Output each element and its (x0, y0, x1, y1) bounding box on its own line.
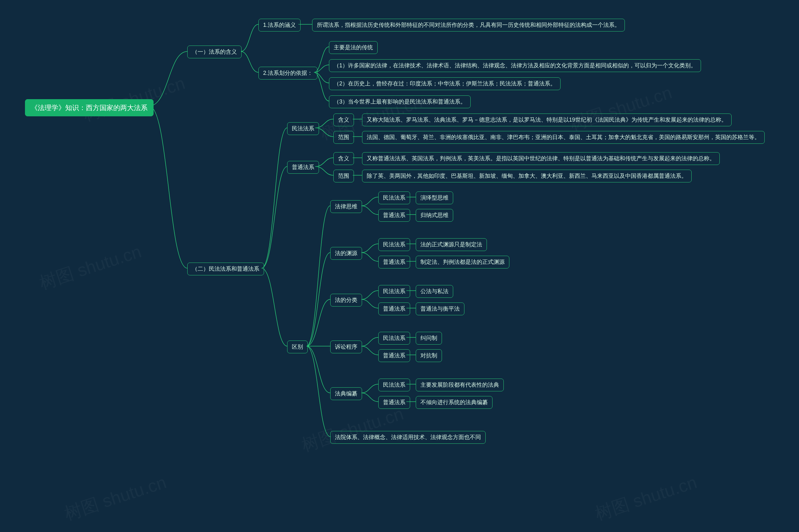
node-basis-b[interactable]: （1）许多国家的法律，在法律技术、法律术语、法律结构、法律观念、法律方法及相应的… (329, 59, 701, 72)
node-d4-a-label[interactable]: 民法法系 (378, 332, 410, 345)
node-civil-scope-label[interactable]: 范围 (333, 131, 354, 144)
root-node[interactable]: 《法理学》知识：西方国家的两大法系 (25, 99, 153, 116)
node-d1-a-text[interactable]: 演绎型思维 (416, 191, 453, 204)
node-d3[interactable]: 法的分类 (330, 294, 362, 306)
node-common-def-label[interactable]: 含义 (333, 152, 354, 165)
node-basis-a[interactable]: 主要是法的传统 (329, 41, 378, 54)
node-d5-a-text[interactable]: 主要发展阶段都有代表性的法典 (416, 379, 504, 391)
section-1[interactable]: （一）法系的含义 (187, 45, 241, 58)
node-civil-law[interactable]: 民法法系 (287, 122, 319, 135)
watermark-text: 树图 shutu.cn (299, 402, 407, 457)
node-d3-a-text[interactable]: 公法与私法 (416, 285, 453, 298)
node-d2-a-label[interactable]: 民法法系 (378, 238, 410, 251)
node-d1-a-label[interactable]: 民法法系 (378, 191, 410, 204)
node-d6[interactable]: 法院体系、法律概念、法律适用技术、法律观念方面也不同 (330, 431, 486, 444)
node-common-scope-text[interactable]: 除了英、美两国外，其他如印度、巴基斯坦、新加坡、缅甸、加拿大、澳大利亚、新西兰、… (362, 170, 692, 183)
node-d2-b-text[interactable]: 制定法、判例法都是法的正式渊源 (416, 256, 509, 268)
node-basis-label[interactable]: 2.法系划分的依据： (258, 67, 317, 79)
node-d5-b-text[interactable]: 不倾向进行系统的法典编纂 (416, 396, 492, 409)
node-d2-a-text[interactable]: 法的正式渊源只是制定法 (416, 238, 487, 251)
node-civil-scope-text[interactable]: 法国、德国、葡萄牙、荷兰、非洲的埃塞俄比亚、南非、津巴布韦；亚洲的日本、泰国、土… (362, 131, 765, 144)
node-d1-b-text[interactable]: 归纳式思维 (416, 209, 453, 222)
node-diff[interactable]: 区别 (287, 341, 308, 353)
node-d4-a-text[interactable]: 纠问制 (416, 332, 442, 345)
watermark-text: 树图 shutu.cn (37, 240, 145, 295)
node-d3-b-label[interactable]: 普通法系 (378, 303, 410, 315)
node-d4-b-text[interactable]: 对抗制 (416, 349, 442, 362)
section-2[interactable]: （二）民法法系和普通法系 (187, 263, 264, 276)
node-d4[interactable]: 诉讼程序 (330, 341, 362, 353)
node-d2[interactable]: 法的渊源 (330, 247, 362, 260)
watermark-text: 树图 shutu.cn (567, 81, 675, 136)
node-definition-label[interactable]: 1.法系的涵义 (258, 19, 301, 32)
node-d3-a-label[interactable]: 民法法系 (378, 285, 410, 298)
node-d5-a-label[interactable]: 民法法系 (378, 379, 410, 391)
watermark-text: 树图 shutu.cn (61, 471, 169, 526)
node-basis-c[interactable]: （2）在历史上，曾经存在过：印度法系；中华法系；伊斯兰法系；民法法系；普通法系。 (329, 77, 561, 90)
node-basis-d[interactable]: （3）当今世界上最有影响的是民法法系和普通法系。 (329, 95, 471, 108)
node-d2-b-label[interactable]: 普通法系 (378, 256, 410, 268)
node-definition-text[interactable]: 所谓法系，指根据法历史传统和外部特征的不同对法所作的分类，凡具有同一历史传统和相… (312, 19, 625, 32)
node-d1-b-label[interactable]: 普通法系 (378, 209, 410, 222)
node-d3-b-text[interactable]: 普通法与衡平法 (416, 303, 465, 315)
node-common-law[interactable]: 普通法系 (287, 161, 319, 174)
node-common-scope-label[interactable]: 范围 (333, 170, 354, 183)
node-d5[interactable]: 法典编纂 (330, 387, 362, 400)
node-civil-def-label[interactable]: 含义 (333, 114, 354, 126)
node-common-def-text[interactable]: 又称普通法法系、英国法系，判例法系，英美法系。是指以英国中世纪的法律、特别是以普… (362, 152, 720, 165)
watermark-text: 树图 shutu.cn (592, 471, 700, 526)
node-d5-b-label[interactable]: 普通法系 (378, 396, 410, 409)
node-d1[interactable]: 法律思维 (330, 200, 362, 213)
node-d4-b-label[interactable]: 普通法系 (378, 349, 410, 362)
node-civil-def-text[interactable]: 又称大陆法系、罗马法系、法典法系、罗马－德意志法系，是以罗马法、特别是以19世纪… (362, 114, 731, 126)
